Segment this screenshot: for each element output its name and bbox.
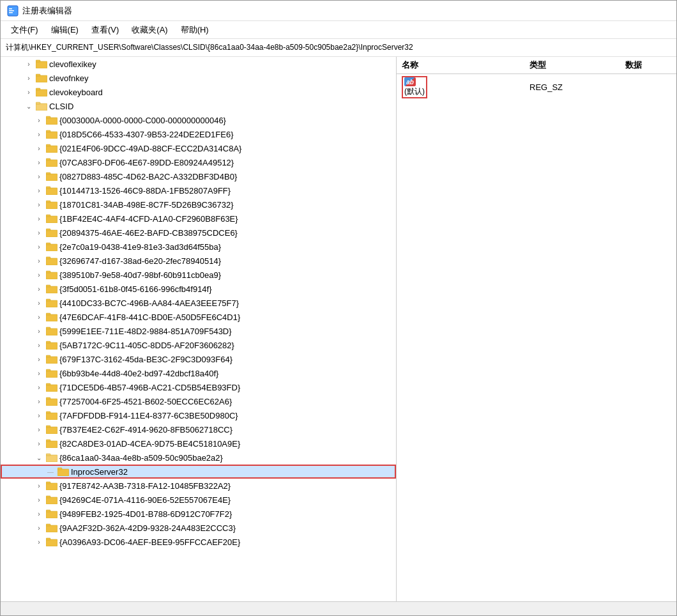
svg-rect-30: [46, 244, 57, 251]
list-item[interactable]: › clevofnkey: [1, 71, 396, 85]
list-item[interactable]: › {4410DC33-BC7C-496B-AA84-4AEA3EEE75F7}: [1, 296, 396, 310]
svg-rect-27: [46, 215, 50, 217]
list-item[interactable]: › {07CA83F0-DF06-4E67-89DD-E80924A49512}: [1, 155, 396, 169]
svg-rect-71: [46, 524, 50, 526]
expand-icon: ›: [34, 354, 44, 364]
inprocserver32-item[interactable]: — InprocServer32: [1, 465, 396, 479]
svg-rect-36: [46, 286, 57, 293]
list-item[interactable]: › {47E6DCAF-41F8-441C-BD0E-A50D5FE6C4D1}: [1, 310, 396, 324]
list-item[interactable]: › {3f5d0051-61b8-0f45-6166-996cfb4f914f}: [1, 282, 396, 296]
list-item[interactable]: › {9489FEB2-1925-4D01-B788-6D912C70F7F2}: [1, 507, 396, 521]
folder-icon: [46, 270, 57, 279]
svg-rect-45: [46, 341, 50, 343]
list-item[interactable]: › {82CA8DE3-01AD-4CEA-9D75-BE4C51810A9E}: [1, 436, 396, 450]
svg-rect-64: [46, 483, 57, 490]
folder-icon: [36, 73, 47, 82]
status-bar: [1, 601, 676, 615]
svg-rect-56: [46, 427, 57, 434]
svg-rect-22: [46, 188, 57, 195]
list-item[interactable]: › clevoflexikey: [1, 57, 396, 71]
col-type-header: 类型: [529, 59, 625, 71]
list-item[interactable]: › {7B37E4E2-C62F-4914-9620-8FB5062718CC}: [1, 422, 396, 436]
folder-icon: [57, 467, 69, 476]
list-item[interactable]: › {0003000A-0000-0000-C000-000000000046}: [1, 113, 396, 127]
list-item[interactable]: › {A0396A93-DC06-4AEF-BEE9-95FFCCAEF20E}: [1, 535, 396, 549]
svg-rect-5: [36, 60, 40, 62]
list-item[interactable]: › {0827D883-485C-4D62-BA2C-A332DBF3D4B0}: [1, 169, 396, 183]
svg-rect-51: [46, 383, 50, 385]
list-item[interactable]: › {18701C81-34AB-498E-8C7F-5D26B9C36732}: [1, 197, 396, 212]
expand-icon: ›: [34, 199, 44, 210]
expand-icon: ›: [34, 382, 44, 392]
list-item[interactable]: › {71DCE5D6-4B57-496B-AC21-CD5B54EB93FD}: [1, 380, 396, 394]
folder-icon: [46, 256, 57, 265]
list-item[interactable]: › {018D5C66-4533-4307-9B53-224DE2ED1FE6}: [1, 127, 396, 141]
folder-icon: [46, 214, 57, 223]
list-item[interactable]: › {2e7c0a19-0438-41e9-81e3-3ad3d64f55ba}: [1, 240, 396, 254]
list-item[interactable]: › {679F137C-3162-45da-BE3C-2F9C3D093F64}: [1, 352, 396, 366]
expand-icon: ›: [34, 227, 44, 238]
svg-rect-72: [46, 539, 57, 546]
folder-open-icon: [36, 102, 47, 111]
list-item[interactable]: › {6bb93b4e-44d8-40e2-bd97-42dbcf18a40f}: [1, 366, 396, 380]
folder-icon: [46, 228, 57, 237]
list-item[interactable]: › {77257004-6F25-4521-B602-50ECC6EC62A6}: [1, 394, 396, 408]
svg-rect-17: [46, 144, 50, 146]
folder-icon: [46, 425, 57, 434]
menu-help[interactable]: 帮助(H): [174, 22, 215, 38]
list-item[interactable]: › {389510b7-9e58-40d7-98bf-60b911cb0ea9}: [1, 268, 396, 282]
list-item[interactable]: › clevokeyboard: [1, 85, 396, 99]
folder-icon: [36, 59, 47, 68]
list-item[interactable]: › {7AFDFDDB-F914-11E4-8377-6C3BE50D980C}: [1, 408, 396, 422]
svg-rect-43: [46, 327, 50, 329]
list-item[interactable]: ⌄ CLSID: [1, 99, 396, 113]
main-content: › clevoflexikey › clevofnkey ›: [1, 57, 676, 601]
svg-rect-7: [36, 74, 40, 76]
list-item[interactable]: › {32696747-d167-38ad-6e20-2fec78940514}: [1, 254, 396, 268]
col-type-value: REG_SZ: [529, 82, 625, 92]
svg-rect-49: [46, 369, 50, 371]
svg-rect-69: [46, 510, 50, 512]
expand-icon: ›: [34, 256, 44, 266]
folder-icon: [46, 369, 57, 378]
svg-rect-61: [46, 454, 50, 456]
detail-row-default[interactable]: ab (默认) REG_SZ: [397, 74, 676, 100]
menu-view[interactable]: 查看(V): [85, 22, 125, 38]
svg-rect-8: [36, 89, 47, 96]
list-item[interactable]: › {021E4F06-9DCC-49AD-88CF-ECC2DA314C8A}: [1, 141, 396, 155]
list-item[interactable]: › {1BF42E4C-4AF4-4CFD-A1A0-CF2960B8F63E}: [1, 212, 396, 226]
expand-icon: ›: [34, 438, 44, 449]
svg-rect-14: [46, 132, 57, 139]
expand-icon: ›: [24, 73, 34, 83]
svg-rect-15: [46, 130, 50, 132]
expand-icon: ›: [34, 185, 44, 196]
list-item[interactable]: › {917E8742-AA3B-7318-FA12-10485FB322A2}: [1, 479, 396, 493]
svg-rect-35: [46, 271, 50, 273]
list-item[interactable]: › {5999E1EE-711E-48D2-9884-851A709F543D}: [1, 324, 396, 338]
expand-icon: ›: [34, 312, 44, 322]
expand-icon: ›: [34, 129, 44, 139]
menu-favorites[interactable]: 收藏夹(A): [125, 22, 174, 38]
list-item[interactable]: › {5AB7172C-9C11-405C-8DD5-AF20F3606282}: [1, 338, 396, 352]
svg-rect-18: [46, 160, 57, 167]
folder-icon: [46, 327, 57, 335]
expand-icon: ⌄: [34, 452, 44, 463]
folder-icon: [46, 509, 57, 518]
menu-edit[interactable]: 编辑(E): [45, 22, 85, 38]
expand-icon: ›: [34, 326, 44, 336]
svg-rect-29: [46, 229, 50, 231]
expand-icon: ›: [24, 87, 34, 97]
folder-icon: [46, 383, 57, 392]
list-item[interactable]: › {10144713-1526-46C9-88DA-1FB52807A9FF}: [1, 183, 396, 197]
svg-rect-53: [46, 397, 50, 399]
svg-rect-40: [46, 314, 57, 321]
list-item[interactable]: › {20894375-46AE-46E2-BAFD-CB38975CDCE6}: [1, 226, 396, 240]
svg-rect-3: [9, 12, 13, 13]
list-item[interactable]: › {94269C4E-071A-4116-90E6-52E557067E4E}: [1, 493, 396, 507]
svg-rect-34: [46, 272, 57, 279]
menu-file[interactable]: 文件(F): [4, 22, 45, 38]
expand-icon: ⌄: [24, 101, 34, 111]
list-item[interactable]: ⌄ {86ca1aa0-34aa-4e8b-a509-50c905bae2a2}: [1, 450, 396, 465]
list-item[interactable]: › {9AA2F32D-362A-42D9-9328-24A483E2CCC3}: [1, 521, 396, 535]
tree-panel[interactable]: › clevoflexikey › clevofnkey ›: [1, 57, 397, 601]
